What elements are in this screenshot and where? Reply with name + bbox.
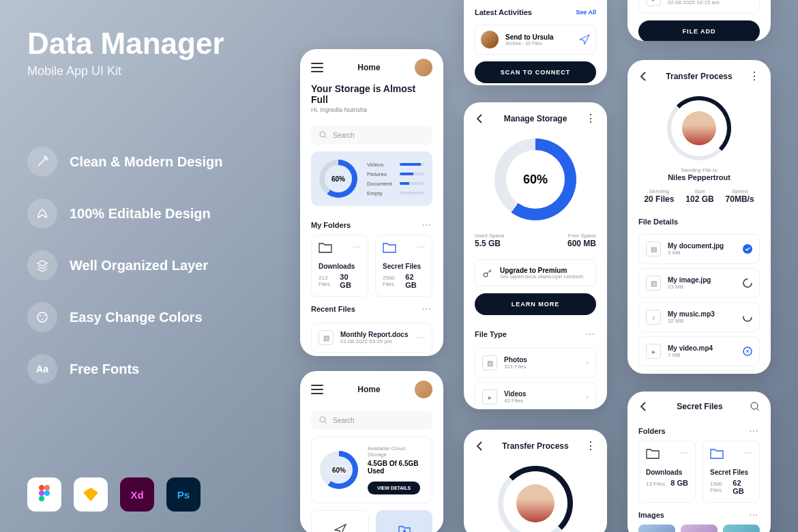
xd-icon: Xd <box>120 477 154 512</box>
donut-chart: 60% <box>319 160 357 198</box>
more-icon[interactable]: ⋮ <box>749 70 760 83</box>
search-icon <box>319 131 327 139</box>
file-row[interactable]: ▸My video.mp47 MB <box>638 336 760 366</box>
see-all-link[interactable]: See All <box>576 9 596 16</box>
back-icon[interactable] <box>475 441 486 452</box>
image-icon: ▧ <box>482 355 497 370</box>
svg-point-0 <box>38 312 47 322</box>
file-row[interactable]: ▧Preview.png <box>638 370 760 374</box>
menu-icon[interactable] <box>311 63 323 72</box>
svg-line-10 <box>325 136 327 138</box>
folder-card[interactable]: ⋯ Downloads 213 Files30 GB <box>311 235 368 297</box>
folder-icon <box>383 242 396 253</box>
section-title: Latest Activities <box>475 8 532 16</box>
search-input[interactable]: Search <box>311 125 432 145</box>
avatar[interactable] <box>415 381 432 398</box>
section-title: Recent Files <box>311 305 355 313</box>
learn-more-button[interactable]: LEARN MORE <box>475 293 596 315</box>
phone-home: Home Your Storage is Almost Full Hi, Ing… <box>300 49 443 356</box>
view-details-button[interactable]: VIEW DETAILS <box>368 482 420 494</box>
more-icon[interactable]: ⋯ <box>749 426 760 437</box>
image-thumb[interactable] <box>638 524 675 532</box>
svg-line-12 <box>325 422 327 424</box>
activity-row[interactable]: Send to UrsulaArchive · 10 Files <box>475 25 596 55</box>
folder-card[interactable]: ⋯ Downloads 13 Files8 GB <box>638 441 696 503</box>
file-icon: ▤ <box>646 241 661 256</box>
avatar <box>682 111 716 145</box>
section-title: File Details <box>638 218 678 226</box>
more-icon[interactable]: ⋮ <box>585 112 596 125</box>
svg-point-19 <box>751 402 758 409</box>
more-icon[interactable]: ⋯ <box>422 304 432 314</box>
image-thumb[interactable] <box>723 524 760 532</box>
more-icon[interactable]: ⋯ <box>749 509 760 520</box>
type-row[interactable]: ▧ Photos321 Files › <box>475 348 596 378</box>
greeting: Hi, Ingredia Nutrisha <box>300 105 443 120</box>
promo-panel: Data Manager Mobile App UI Kit Clean & M… <box>27 27 273 384</box>
type-row[interactable]: ▸ Videos43 Files › <box>475 382 596 409</box>
phone-home-cloud: Home Search 60% Available Cloud Storage … <box>300 371 443 532</box>
more-icon[interactable]: ⋯ <box>422 220 432 231</box>
search-icon <box>319 416 327 424</box>
back-icon[interactable] <box>475 113 486 124</box>
receive-icon <box>398 522 411 532</box>
avatar[interactable] <box>415 59 432 76</box>
svg-point-7 <box>44 490 50 496</box>
play-icon: ▸ <box>646 344 661 359</box>
pen-icon <box>27 198 57 228</box>
donut-chart: 60% <box>320 451 358 489</box>
receive-button[interactable]: Receive <box>376 510 432 532</box>
svg-point-6 <box>39 490 44 496</box>
phone-transfer-2: Transfer Process ⋮ Sending File to Niles… <box>464 430 607 532</box>
key-icon <box>482 267 493 278</box>
svg-point-16 <box>743 313 752 321</box>
section-title: Folders <box>638 427 666 435</box>
svg-point-3 <box>42 319 43 320</box>
scan-button[interactable]: SCAN TO CONNECT <box>475 61 596 83</box>
more-icon[interactable]: ⋮ <box>585 439 596 452</box>
file-row[interactable]: ▧ Monthly Report.docs01.08.2022 03:35 pm… <box>311 323 432 353</box>
send-button[interactable]: Send <box>311 510 369 532</box>
file-row[interactable]: ▤My document.jpg3 MB <box>638 234 760 264</box>
back-icon[interactable] <box>638 71 649 82</box>
page-title: Manage Storage <box>504 114 567 123</box>
folder-card[interactable]: ⋯ Secret Files 1500 Files62 GB <box>703 441 760 503</box>
upgrade-card[interactable]: Upgrade to PremiumSed sapien lacus ullam… <box>475 259 596 286</box>
menu-icon[interactable] <box>311 385 323 394</box>
wand-icon <box>27 147 57 177</box>
more-icon[interactable]: ⋯ <box>585 329 596 340</box>
image-thumb[interactable] <box>681 524 718 532</box>
chevron-right-icon: › <box>586 392 589 402</box>
phone-secret: Secret Files Folders⋯ ⋯ Downloads 13 Fil… <box>627 391 771 532</box>
svg-point-15 <box>743 279 752 287</box>
svg-point-1 <box>40 315 41 316</box>
back-icon[interactable] <box>638 401 649 412</box>
layers-icon <box>27 250 57 280</box>
search-icon[interactable] <box>750 402 760 411</box>
file-add-button[interactable]: FILE ADD <box>638 20 760 41</box>
svg-point-11 <box>320 417 325 422</box>
play-icon: ▸ <box>482 389 497 404</box>
send-icon <box>334 523 347 532</box>
check-icon <box>743 244 752 254</box>
more-icon[interactable]: ⋯ <box>417 333 425 342</box>
file-row[interactable]: ▧My image.jpg23 MB <box>638 268 760 298</box>
page-title: Home <box>357 63 380 72</box>
folder-card[interactable]: ⋯ Secret Files 2500 Files62 GB <box>375 235 432 297</box>
cancel-icon[interactable] <box>743 346 752 356</box>
folder-icon <box>319 242 332 253</box>
file-row[interactable]: ▸ Preview.png02.08.2022 10:15 am ⋯ <box>638 0 760 14</box>
chevron-right-icon: › <box>586 358 589 368</box>
donut-chart: 60% <box>494 138 576 220</box>
sketch-icon <box>74 477 108 512</box>
phone-preview: ▸ Preview.png02.08.2022 10:15 am ⋯ FILE … <box>627 0 771 41</box>
svg-point-5 <box>44 485 50 490</box>
section-title: Images <box>638 511 664 519</box>
phone-manage: Manage Storage ⋮ 60% Used Space5.5 GB Fr… <box>464 102 607 409</box>
avatar <box>516 484 555 522</box>
file-row[interactable]: ♪My music.mp332 MB <box>638 302 760 332</box>
search-input[interactable]: Search <box>311 411 432 430</box>
phone-transfer: Transfer Process ⋮ Sending File to Niles… <box>627 60 771 374</box>
storage-card[interactable]: 60% Videos Pictures Document Empty <box>311 151 432 206</box>
page-title: Transfer Process <box>502 441 568 451</box>
